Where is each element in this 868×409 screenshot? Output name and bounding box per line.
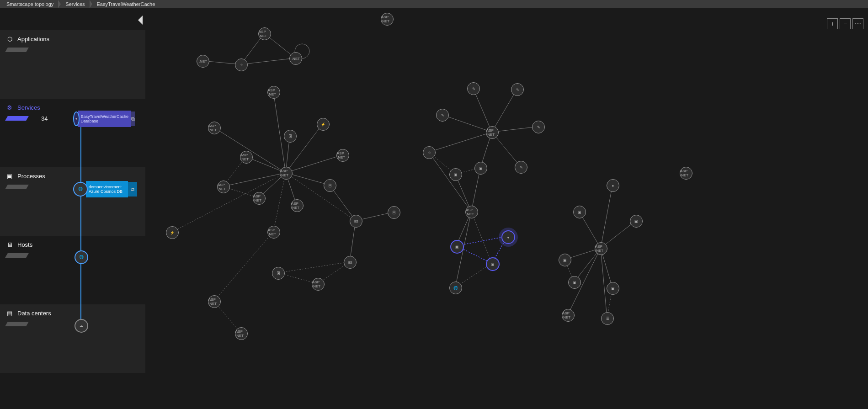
layer-label: Hosts: [17, 241, 32, 248]
topology-canvas[interactable]: ASP .NET.NET☆.NETASP .NETASP .NET⚡🗄ASP .…: [145, 8, 868, 409]
topology-node[interactable]: ASP .NET: [208, 295, 221, 308]
svg-line-39: [172, 173, 286, 232]
topology-node[interactable]: ✎: [511, 83, 524, 96]
svg-line-2: [241, 58, 295, 64]
topology-node[interactable]: ASP .NET: [267, 226, 280, 239]
datacenter-icon: ▤: [6, 310, 13, 317]
selected-process-card[interactable]: 🌐 demoenvironment Azure Cosmos DB ⧉: [73, 181, 137, 197]
topology-node[interactable]: ASP .NET: [267, 86, 280, 99]
layer-processes[interactable]: ▣Processes: [0, 167, 145, 236]
svg-line-29: [601, 185, 612, 248]
topology-node[interactable]: ASP .NET: [217, 181, 230, 193]
topology-node[interactable]: ASP .NET: [312, 278, 325, 291]
topology-node[interactable]: ASP .NET: [235, 327, 248, 340]
topology-node[interactable]: ⚡: [166, 226, 179, 239]
svg-line-36: [601, 248, 607, 318]
topology-node[interactable]: ASP .NET: [381, 13, 394, 26]
dependency-line: [80, 118, 81, 324]
collapse-sidebar-icon[interactable]: [138, 16, 143, 25]
services-count: 34: [41, 115, 48, 122]
topology-node[interactable]: ASP .NET: [465, 206, 478, 218]
globe-icon: 🌐: [79, 255, 84, 259]
svg-line-53: [456, 236, 507, 246]
topology-node[interactable]: ASP .NET: [253, 192, 266, 205]
layer-datacenters[interactable]: ▤Data centers: [0, 304, 145, 373]
svg-line-37: [286, 173, 356, 221]
topology-node[interactable]: ASP .NET: [595, 242, 607, 255]
zoom-controls: + − ⋯: [827, 18, 863, 29]
open-process-button[interactable]: ⧉: [128, 182, 137, 197]
svg-line-10: [223, 173, 286, 186]
topology-node[interactable]: ☆: [423, 146, 436, 159]
topology-node[interactable]: IIS: [350, 215, 362, 228]
topology-node[interactable]: ✎: [467, 82, 480, 95]
card-subtitle: Database: [80, 119, 128, 123]
topology-node[interactable]: ▣: [573, 206, 586, 218]
topology-node[interactable]: ▣: [474, 162, 487, 175]
topology-node[interactable]: ▣: [559, 254, 571, 266]
topology-node[interactable]: ▣: [449, 168, 462, 181]
topology-node[interactable]: ✎: [436, 109, 449, 122]
more-button[interactable]: ⋯: [852, 18, 863, 29]
topology-node[interactable]: IIS: [344, 256, 357, 269]
svg-line-23: [429, 132, 492, 152]
topology-node[interactable]: ASP .NET: [336, 149, 349, 162]
topology-node[interactable]: ASP .NET: [240, 151, 253, 164]
topology-node[interactable]: ASP .NET: [680, 167, 692, 180]
svg-line-47: [471, 212, 492, 263]
layer-indicator: [5, 116, 29, 121]
zoom-out-button[interactable]: −: [840, 18, 851, 29]
topology-node[interactable]: ▣: [607, 282, 619, 295]
layer-label: Data centers: [17, 310, 51, 317]
host-node[interactable]: 🌐: [75, 250, 88, 264]
layer-hosts[interactable]: 🖥Hosts: [0, 236, 145, 304]
topology-node[interactable]: ASP .NET: [280, 167, 293, 180]
topology-node[interactable]: 🌐: [449, 282, 462, 294]
topology-node[interactable]: ✎: [515, 161, 527, 174]
layer-label: Services: [17, 104, 40, 111]
crumb-root[interactable]: Smartscape topology: [3, 1, 57, 7]
crumb-services[interactable]: Services: [62, 1, 88, 7]
topology-node[interactable]: 🗄: [272, 267, 285, 280]
svg-line-18: [492, 89, 517, 132]
cube-icon: ▣: [6, 173, 13, 180]
layer-applications[interactable]: ⬡Applications: [0, 30, 145, 99]
topology-node[interactable]: ✎: [532, 121, 545, 133]
svg-line-20: [492, 127, 538, 132]
topology-node[interactable]: 🗄: [284, 130, 297, 143]
datacenter-node[interactable]: ☁: [75, 319, 88, 333]
layer-services[interactable]: ⚙Services 34: [0, 99, 145, 167]
topology-node[interactable]: 🗄: [324, 179, 336, 192]
topology-node[interactable]: ☆: [235, 58, 248, 71]
topology-node[interactable]: ●: [501, 230, 515, 244]
sidebar: ⬡Applications ⚙Services 34 ▣Processes 🖥H…: [0, 8, 145, 409]
topology-node[interactable]: ASP .NET: [291, 199, 304, 212]
topology-node[interactable]: 🗄: [388, 206, 400, 219]
topology-node[interactable]: ▣: [630, 215, 643, 228]
layer-label: Processes: [17, 173, 45, 180]
topology-node[interactable]: .NET: [289, 52, 302, 65]
topology-node[interactable]: ASP .NET: [486, 126, 499, 139]
topology-node[interactable]: ⚡: [317, 118, 330, 131]
svg-line-38: [273, 173, 286, 232]
topology-node[interactable]: ▣: [450, 240, 464, 254]
selected-service-card[interactable]: ● EasyTravelWeatherCache Database ⧉: [73, 111, 135, 127]
layer-label: Applications: [17, 36, 49, 42]
hexagon-icon: ⬡: [6, 36, 13, 42]
zoom-in-button[interactable]: +: [827, 18, 838, 29]
layer-indicator: [5, 48, 29, 52]
chevron-right-icon: [58, 0, 61, 8]
open-service-button[interactable]: ⧉: [131, 112, 135, 126]
topology-node[interactable]: ASP .NET: [208, 122, 221, 134]
svg-line-19: [442, 115, 492, 132]
topology-node[interactable]: ▣: [486, 257, 500, 271]
topology-node[interactable]: ≣: [601, 312, 614, 325]
topology-node[interactable]: ASP .NET: [258, 27, 271, 40]
svg-line-24: [429, 152, 471, 212]
topology-node[interactable]: ASP .NET: [562, 309, 575, 322]
topology-node[interactable]: .NET: [197, 55, 209, 68]
topology-node[interactable]: ▣: [568, 276, 581, 289]
card-title: EasyTravelWeatherCache: [80, 114, 128, 119]
topology-node[interactable]: ●: [607, 179, 619, 192]
svg-line-43: [214, 232, 273, 301]
